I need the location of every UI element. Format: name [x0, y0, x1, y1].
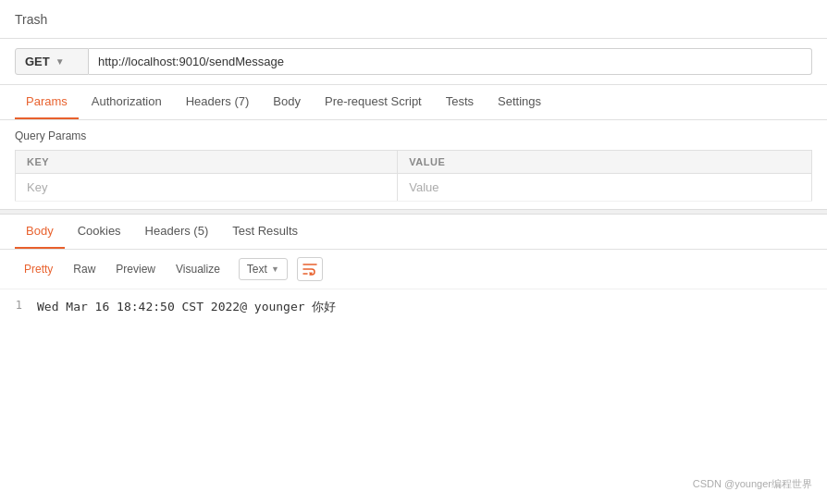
url-bar: GET ▼ — [0, 39, 827, 85]
table-row: Key Value — [16, 174, 812, 202]
key-column-header: KEY — [16, 151, 398, 174]
resp-content: 1 Wed Mar 16 18:42:50 CST 2022@ younger … — [0, 289, 827, 504]
value-cell[interactable]: Value — [398, 174, 812, 202]
tab-headers[interactable]: Headers (7) — [175, 85, 261, 119]
tab-body[interactable]: Body — [262, 85, 312, 119]
method-label: GET — [25, 55, 50, 68]
trash-bar: Trash — [0, 0, 827, 39]
req-tabs: Params Authorization Headers (7) Body Pr… — [0, 85, 827, 120]
text-format-dropdown[interactable]: Text ▼ — [239, 258, 288, 280]
trash-label: Trash — [15, 12, 47, 27]
resp-toolbar: Pretty Raw Preview Visualize Text ▼ — [0, 250, 827, 289]
text-format-chevron-icon: ▼ — [271, 264, 279, 274]
url-input[interactable] — [89, 48, 812, 75]
format-visualize-button[interactable]: Visualize — [167, 259, 229, 279]
wrap-icon[interactable] — [297, 257, 323, 281]
tab-settings[interactable]: Settings — [487, 85, 552, 119]
format-raw-button[interactable]: Raw — [64, 259, 105, 279]
resp-tab-testresults[interactable]: Test Results — [221, 215, 309, 249]
resp-tab-body[interactable]: Body — [15, 215, 65, 249]
format-preview-button[interactable]: Preview — [106, 259, 165, 279]
watermark: CSDN @younger编程世界 — [693, 477, 812, 491]
method-chevron-icon: ▼ — [56, 56, 65, 67]
line-number: 1 — [0, 299, 37, 312]
params-table: KEY VALUE Key Value — [15, 150, 812, 202]
text-format-label: Text — [247, 263, 267, 276]
tab-authorization[interactable]: Authorization — [80, 85, 173, 119]
resp-tabs: Body Cookies Headers (5) Test Results — [0, 215, 827, 250]
format-pretty-button[interactable]: Pretty — [15, 259, 62, 279]
resp-tab-headers[interactable]: Headers (5) — [134, 215, 220, 249]
resp-line: 1 Wed Mar 16 18:42:50 CST 2022@ younger … — [0, 297, 827, 317]
tab-params[interactable]: Params — [15, 85, 79, 119]
tab-tests[interactable]: Tests — [435, 85, 485, 119]
main-panel: GET ▼ Params Authorization Headers (7) B… — [0, 39, 827, 504]
method-select[interactable]: GET ▼ — [15, 48, 89, 75]
value-column-header: VALUE — [398, 151, 812, 174]
query-params-section: Query Params KEY VALUE Key Value — [0, 120, 827, 202]
key-cell[interactable]: Key — [16, 174, 398, 202]
tab-prerequest[interactable]: Pre-request Script — [314, 85, 433, 119]
line-text: Wed Mar 16 18:42:50 CST 2022@ younger 你好 — [37, 299, 336, 315]
query-params-title: Query Params — [15, 129, 812, 142]
resp-tab-cookies[interactable]: Cookies — [67, 215, 132, 249]
